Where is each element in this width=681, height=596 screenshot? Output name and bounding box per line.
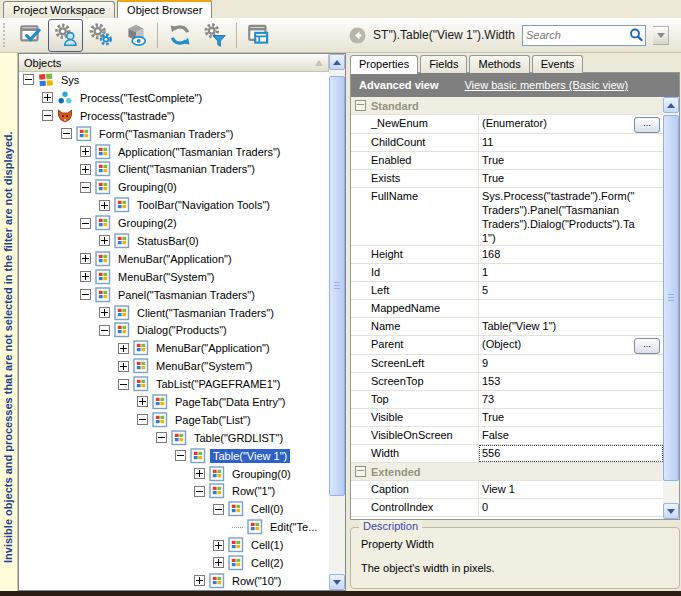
back-icon[interactable] bbox=[349, 27, 366, 44]
toolbar-grip[interactable] bbox=[3, 23, 8, 47]
expand-icon[interactable] bbox=[80, 146, 91, 157]
tree-item[interactable]: Dialog("Products") bbox=[19, 321, 329, 339]
tree-item[interactable]: PageTab("Data Entry") bbox=[19, 393, 329, 411]
collapse-icon[interactable] bbox=[355, 466, 366, 477]
tree-item[interactable]: MenuBar("Application") bbox=[19, 250, 329, 268]
expand-icon[interactable] bbox=[42, 92, 53, 103]
property-row[interactable]: Height168 bbox=[351, 246, 663, 264]
property-value[interactable]: View 1 bbox=[479, 481, 663, 498]
property-row[interactable]: _NewEnum(Enumerator)... bbox=[351, 115, 663, 134]
property-row[interactable]: ExistsTrue bbox=[351, 170, 663, 188]
property-row[interactable]: Parent(Object)... bbox=[351, 336, 663, 355]
property-row[interactable]: Id1 bbox=[351, 264, 663, 282]
tree-item[interactable]: Cell(2) bbox=[19, 554, 329, 572]
property-value[interactable]: True bbox=[479, 170, 663, 187]
property-row[interactable]: EnabledTrue bbox=[351, 152, 663, 170]
tree-item[interactable]: Grouping(2) bbox=[19, 214, 329, 232]
expand-icon[interactable] bbox=[213, 540, 224, 551]
property-value[interactable]: False bbox=[479, 427, 663, 444]
tree-item[interactable]: Table("GRDLIST") bbox=[19, 429, 329, 447]
tree-item[interactable]: Grouping(0) bbox=[19, 465, 329, 483]
tree-scroll-thumb[interactable] bbox=[329, 76, 345, 496]
property-row[interactable]: ScreenLeft9 bbox=[351, 355, 663, 373]
tree-item[interactable]: Form("Tasmanian Traders") bbox=[19, 125, 329, 143]
property-value[interactable]: 168 bbox=[479, 246, 663, 263]
tab-properties[interactable]: Properties bbox=[350, 55, 418, 74]
tree-item[interactable]: TabList("PAGEFRAME1") bbox=[19, 375, 329, 393]
tree-item[interactable]: Row("1") bbox=[19, 482, 329, 500]
expand-icon[interactable] bbox=[137, 396, 148, 407]
property-row[interactable]: FullNameSys.Process("tastrade").Form(" T… bbox=[351, 188, 663, 246]
expand-icon[interactable] bbox=[80, 164, 91, 175]
property-row[interactable]: VisibleTrue bbox=[351, 409, 663, 427]
check-objects-button[interactable] bbox=[13, 19, 48, 52]
property-row[interactable]: VisibleOnScreenFalse bbox=[351, 427, 663, 445]
tree-item[interactable]: Application("Tasmanian Traders") bbox=[19, 143, 329, 161]
property-row[interactable]: Left5 bbox=[351, 282, 663, 300]
expand-icon[interactable] bbox=[99, 235, 110, 246]
ellipsis-button[interactable]: ... bbox=[634, 338, 660, 354]
expand-icon[interactable] bbox=[99, 200, 110, 211]
expand-icon[interactable] bbox=[194, 575, 205, 586]
basic-view-link[interactable]: View basic members (Basic view) bbox=[464, 79, 628, 91]
collapse-icon[interactable] bbox=[118, 379, 129, 390]
property-value[interactable]: (Enumerator)... bbox=[479, 115, 663, 133]
collapse-icon[interactable] bbox=[80, 289, 91, 300]
property-value[interactable]: 11 bbox=[479, 134, 663, 151]
property-row[interactable]: Top73 bbox=[351, 391, 663, 409]
scroll-down-icon[interactable] bbox=[663, 503, 679, 519]
tree-item[interactable]: StatusBar(0) bbox=[19, 232, 329, 250]
tree-item[interactable]: Cell(1) bbox=[19, 536, 329, 554]
tab-methods[interactable]: Methods bbox=[469, 55, 529, 73]
property-value[interactable]: 0 bbox=[479, 499, 663, 516]
expand-icon[interactable] bbox=[194, 468, 205, 479]
tree-item[interactable]: MenuBar("System") bbox=[19, 357, 329, 375]
property-value[interactable]: 9 bbox=[479, 355, 663, 372]
property-section[interactable]: Standard bbox=[351, 97, 663, 115]
property-value[interactable]: True bbox=[479, 152, 663, 169]
tree-item[interactable]: Sys bbox=[19, 71, 329, 89]
tree-item[interactable]: Grouping(0) bbox=[19, 178, 329, 196]
tree-item[interactable]: Panel("Tasmanian Traders") bbox=[19, 286, 329, 304]
tree-item[interactable]: Client("Tasmanian Traders") bbox=[19, 304, 329, 322]
scroll-up-icon[interactable] bbox=[329, 54, 345, 70]
tree-item[interactable]: Table("View 1") bbox=[19, 447, 329, 465]
object-spy-button[interactable] bbox=[48, 19, 83, 52]
collapse-icon[interactable] bbox=[42, 110, 53, 121]
tree-item[interactable]: ToolBar("Navigation Tools") bbox=[19, 196, 329, 214]
property-value[interactable] bbox=[479, 300, 663, 317]
expand-icon[interactable] bbox=[80, 253, 91, 264]
property-value[interactable]: Table("View 1") bbox=[479, 318, 663, 335]
collapse-icon[interactable] bbox=[99, 325, 110, 336]
tab-project-workspace[interactable]: Project Workspace bbox=[3, 1, 115, 18]
property-value[interactable]: Sys.Process("tastrade").Form(" Traders")… bbox=[479, 188, 663, 245]
object-properties-button[interactable] bbox=[83, 19, 118, 52]
collapse-icon[interactable] bbox=[213, 504, 224, 515]
property-value[interactable]: 1 bbox=[479, 264, 663, 281]
expand-icon[interactable] bbox=[118, 361, 129, 372]
collapse-icon[interactable] bbox=[80, 218, 91, 229]
tree-item[interactable]: MenuBar("Application") bbox=[19, 339, 329, 357]
search-icon[interactable] bbox=[628, 27, 644, 43]
collapse-icon[interactable] bbox=[156, 432, 167, 443]
grid-scroll-thumb[interactable] bbox=[663, 115, 679, 481]
tab-events[interactable]: Events bbox=[532, 55, 584, 73]
collapse-icon[interactable] bbox=[80, 182, 91, 193]
tree-item[interactable]: Process("tastrade") bbox=[19, 107, 329, 125]
property-row[interactable]: ScreenTop153 bbox=[351, 373, 663, 391]
ellipsis-button[interactable]: ... bbox=[634, 117, 660, 133]
tree-item[interactable]: MenuBar("System") bbox=[19, 268, 329, 286]
property-value[interactable]: (Object)... bbox=[479, 336, 663, 354]
property-row[interactable]: ChildCount11 bbox=[351, 134, 663, 152]
property-value[interactable]: 153 bbox=[479, 373, 663, 390]
expand-icon[interactable] bbox=[118, 343, 129, 354]
expand-icon[interactable] bbox=[80, 271, 91, 282]
collapse-icon[interactable] bbox=[137, 414, 148, 425]
collapse-icon[interactable] bbox=[23, 74, 34, 85]
property-section[interactable]: Extended bbox=[351, 463, 663, 481]
view-object-button[interactable] bbox=[118, 19, 153, 52]
panel-layout-button[interactable] bbox=[241, 19, 276, 52]
property-row[interactable]: MappedName bbox=[351, 300, 663, 318]
scroll-down-icon[interactable] bbox=[329, 574, 345, 590]
collapse-icon[interactable] bbox=[61, 128, 72, 139]
